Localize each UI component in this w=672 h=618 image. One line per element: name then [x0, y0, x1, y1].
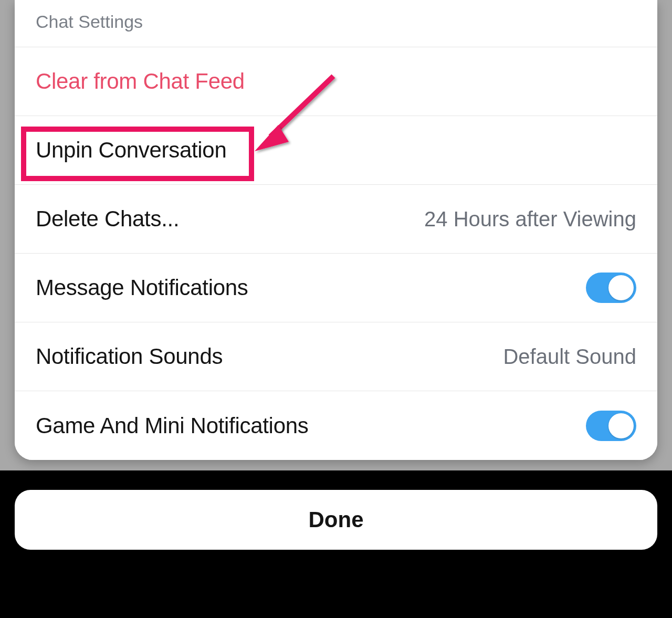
game-mini-notifications-toggle[interactable] [586, 411, 636, 441]
notification-sounds-row[interactable]: Notification Sounds Default Sound [15, 322, 657, 391]
message-notifications-row[interactable]: Message Notifications [15, 254, 657, 322]
delete-chats-row[interactable]: Delete Chats... 24 Hours after Viewing [15, 185, 657, 254]
done-button[interactable]: Done [15, 490, 657, 550]
unpin-conversation-row[interactable]: Unpin Conversation [15, 116, 657, 185]
game-mini-notifications-label: Game And Mini Notifications [36, 413, 308, 438]
message-notifications-toggle[interactable] [586, 273, 636, 303]
notification-sounds-value: Default Sound [503, 345, 636, 369]
chat-settings-panel: Chat Settings Clear from Chat Feed Unpin… [15, 0, 657, 460]
section-header: Chat Settings [15, 0, 657, 47]
done-button-label: Done [309, 507, 364, 532]
delete-chats-label: Delete Chats... [36, 206, 179, 232]
clear-from-chat-feed-row[interactable]: Clear from Chat Feed [15, 47, 657, 116]
message-notifications-label: Message Notifications [36, 275, 248, 300]
unpin-conversation-label: Unpin Conversation [36, 138, 226, 163]
game-mini-notifications-row[interactable]: Game And Mini Notifications [15, 391, 657, 460]
clear-from-chat-feed-label: Clear from Chat Feed [36, 69, 245, 94]
section-title: Chat Settings [36, 12, 143, 32]
notification-sounds-label: Notification Sounds [36, 344, 223, 369]
delete-chats-value: 24 Hours after Viewing [424, 207, 636, 231]
